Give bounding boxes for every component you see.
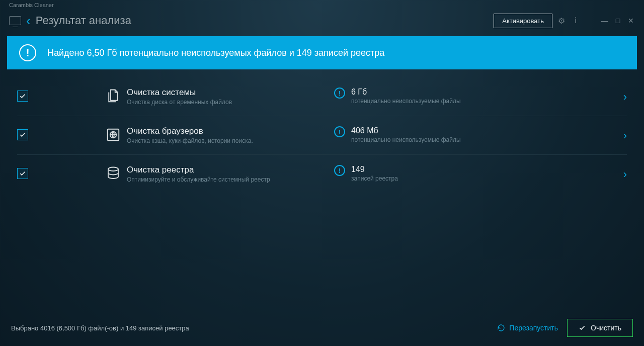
- alert-icon: !: [19, 44, 36, 61]
- svg-point-2: [108, 167, 118, 171]
- category-subtitle: Очистка диска от временных файлов: [127, 99, 334, 106]
- category-value-sub: записей реестра: [351, 175, 398, 182]
- category-value-sub: потенциально неиспользуемые файлы: [351, 98, 461, 105]
- minimize-button[interactable]: —: [601, 17, 609, 25]
- clean-label: Очистить: [591, 324, 621, 332]
- category-title: Очистка браузеров: [127, 126, 334, 136]
- app-title: Carambis Cleaner: [0, 0, 644, 10]
- category-value: 149: [351, 165, 398, 174]
- header: ‹ Результат анализа Активировать ⚙ i — □…: [0, 10, 644, 31]
- category-value: 6 Гб: [351, 88, 461, 97]
- category-row-system: Очистка системы Очистка диска от временн…: [17, 77, 627, 116]
- selection-status: Выбрано 4016 (6,500 Гб) файл(-ов) и 149 …: [11, 324, 488, 332]
- category-value: 406 Мб: [351, 126, 461, 135]
- category-title: Очистка системы: [127, 88, 334, 98]
- banner-text: Найдено 6,50 Гб потенциально неиспользуе…: [47, 48, 384, 58]
- info-icon[interactable]: i: [571, 16, 581, 25]
- info-badge-icon: !: [334, 88, 345, 99]
- database-icon: [106, 166, 121, 181]
- gear-icon[interactable]: ⚙: [556, 16, 567, 26]
- category-list: Очистка системы Очистка диска от временн…: [0, 77, 644, 193]
- footer: Выбрано 4016 (6,500 Гб) файл(-ов) и 149 …: [0, 310, 644, 346]
- info-badge-icon: !: [334, 126, 345, 137]
- restart-label: Перезапустить: [509, 324, 558, 332]
- page-title: Результат анализа: [36, 14, 131, 27]
- chevron-right-icon[interactable]: ›: [623, 129, 627, 142]
- refresh-icon: [497, 324, 505, 332]
- restart-button[interactable]: Перезапустить: [497, 324, 558, 332]
- category-row-registry: Очистка реестра Оптимизируйте и обслужив…: [17, 155, 627, 193]
- check-icon: [579, 324, 586, 331]
- chevron-right-icon[interactable]: ›: [623, 91, 627, 104]
- category-subtitle: Оптимизируйте и обслуживайте системный р…: [127, 176, 334, 183]
- category-subtitle: Очистка кэша, куки-файлов, истории поиск…: [127, 137, 334, 144]
- info-badge-icon: !: [334, 165, 345, 176]
- result-banner: ! Найдено 6,50 Гб потенциально неиспольз…: [7, 36, 637, 69]
- clean-button[interactable]: Очистить: [567, 319, 633, 337]
- checkbox-registry[interactable]: [17, 168, 28, 179]
- category-value-sub: потенциально неиспользуемые файлы: [351, 136, 461, 143]
- globe-icon: [106, 127, 121, 142]
- maximize-button[interactable]: □: [614, 17, 622, 25]
- checkbox-browsers[interactable]: [17, 129, 28, 140]
- checkbox-system[interactable]: [17, 91, 28, 102]
- close-button[interactable]: ✕: [627, 17, 635, 25]
- category-title: Очистка реестра: [127, 165, 334, 175]
- category-row-browsers: Очистка браузеров Очистка кэша, куки-фай…: [17, 116, 627, 155]
- activate-button[interactable]: Активировать: [494, 14, 552, 28]
- back-button[interactable]: ‹: [26, 16, 31, 26]
- chevron-right-icon[interactable]: ›: [623, 168, 627, 181]
- files-icon: [106, 89, 121, 104]
- monitor-icon: [9, 16, 21, 25]
